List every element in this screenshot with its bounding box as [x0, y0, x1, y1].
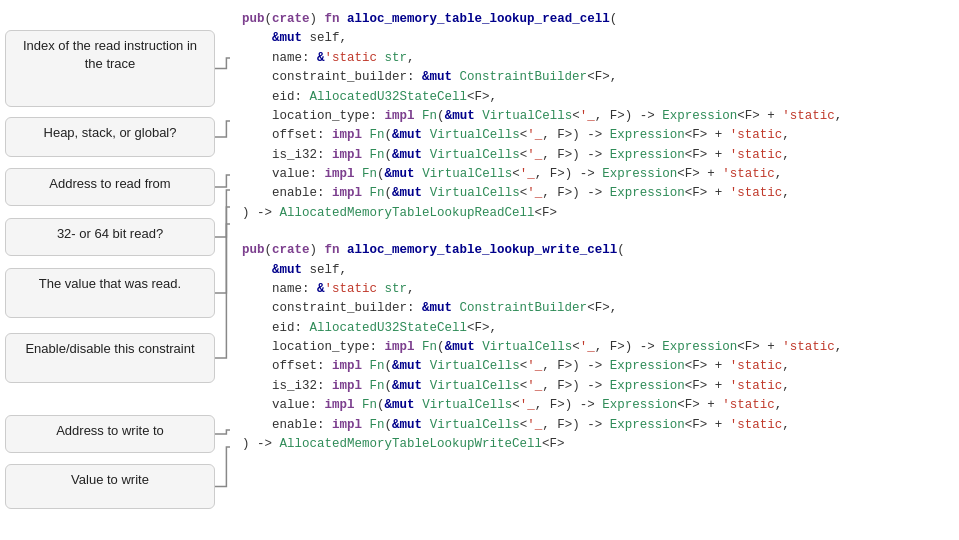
lt-und-val-2: '_ [520, 398, 535, 412]
param-cb-1: constraint_builder [272, 70, 407, 84]
fn1-return: ) -> AllocatedMemoryTableLookupReadCell<… [242, 204, 947, 223]
param-enable-2: enable [272, 418, 317, 432]
type-cb-1: ConstraintBuilder [460, 70, 588, 84]
kw-fn: fn [325, 12, 340, 26]
param-val-2: value [272, 398, 310, 412]
kw-amp-mut-cb2: &mut [422, 301, 452, 315]
param-isi32-2: is_i32 [272, 379, 317, 393]
fn1-name: alloc_memory_table_lookup_read_cell [347, 12, 610, 26]
kw-pub: pub [242, 12, 265, 26]
annotations-panel: Index of the read instruction in the tra… [0, 0, 230, 540]
kw-impl-enable-1: impl [332, 186, 362, 200]
type-str-2: str [385, 282, 408, 296]
lt-static-2: 'static [325, 282, 378, 296]
kw-amp-mut-isi32-2: &mut [392, 379, 422, 393]
type-expr-loc-1: Expression [662, 109, 737, 123]
type-eid-2: AllocatedU32StateCell [310, 321, 468, 335]
type-expr-enable-2: Expression [610, 418, 685, 432]
type-fn-isi32-1: Fn [370, 148, 385, 162]
type-vc-loc-2: VirtualCells [482, 340, 572, 354]
type-fn-off-1: Fn [370, 128, 385, 142]
fn1-param-location: location_type: impl Fn(&mut VirtualCells… [242, 107, 947, 126]
fn2-sig-line: pub(crate) fn alloc_memory_table_lookup_… [242, 241, 947, 260]
type-expr-isi32-2: Expression [610, 379, 685, 393]
lt-static-isi32-2: 'static [730, 379, 783, 393]
kw-amp-mut-1: &mut [272, 31, 302, 45]
param-loc-1: location_type [272, 109, 370, 123]
lt-und-isi32-1: '_ [527, 148, 542, 162]
kw-impl-1: impl [385, 109, 415, 123]
fn2-param-value: value: impl Fn(&mut VirtualCells<'_, F>)… [242, 396, 947, 415]
fn2-param-self: &mut self, [242, 261, 947, 280]
kw-pub-2: pub [242, 243, 265, 257]
fn2-param-eid: eid: AllocatedU32StateCell<F>, [242, 319, 947, 338]
param-name-2: name [272, 282, 302, 296]
param-eid-1: eid [272, 90, 295, 104]
annotation-index: Index of the read instruction in the tra… [5, 30, 215, 107]
param-name-1: name [272, 51, 302, 65]
fn1-param-offset: offset: impl Fn(&mut VirtualCells<'_, F>… [242, 126, 947, 145]
param-enable-1: enable [272, 186, 317, 200]
lt-static-1: 'static [325, 51, 378, 65]
annotation-value-write: Value to write [5, 464, 215, 509]
lt-und-2: '_ [580, 340, 595, 354]
type-fn-enable-2: Fn [370, 418, 385, 432]
annotation-index-text: Index of the read instruction in the tra… [23, 38, 197, 71]
type-vc-loc-1: VirtualCells [482, 109, 572, 123]
kw-amp-mut-val-1: &mut [385, 167, 415, 181]
type-cb-2: ConstraintBuilder [460, 301, 588, 315]
main-container: Index of the read instruction in the tra… [0, 0, 959, 540]
fn1-block: pub(crate) fn alloc_memory_table_lookup_… [242, 10, 947, 223]
type-expr-isi32-1: Expression [610, 148, 685, 162]
annotation-value-read: The value that was read. [5, 268, 215, 318]
annotation-value-write-text: Value to write [71, 472, 149, 487]
type-vc-off-2: VirtualCells [430, 359, 520, 373]
lt-static-val-2: 'static [722, 398, 775, 412]
type-fn-val-1: Fn [362, 167, 377, 181]
type-expr-val-1: Expression [602, 167, 677, 181]
annotation-heap-text: Heap, stack, or global? [44, 125, 177, 140]
fn1-param-self: &mut self, [242, 29, 947, 48]
fn1-param-constraint: constraint_builder: &mut ConstraintBuild… [242, 68, 947, 87]
fn2-name: alloc_memory_table_lookup_write_cell [347, 243, 617, 257]
fn1-param-name: name: &'static str, [242, 49, 947, 68]
kw-impl-enable-2: impl [332, 418, 362, 432]
kw-amp-mut-off2: &mut [392, 359, 422, 373]
lt-und-isi32-2: '_ [527, 379, 542, 393]
fn1-param-value: value: impl Fn(&mut VirtualCells<'_, F>)… [242, 165, 947, 184]
annotation-addr-write-text: Address to write to [56, 423, 164, 438]
kw-impl-val-2: impl [325, 398, 355, 412]
annotation-addr-read: Address to read from [5, 168, 215, 206]
param-offset-1: offset [272, 128, 317, 142]
kw-impl-off-2: impl [332, 359, 362, 373]
type-return-2: AllocatedMemoryTableLookupWriteCell [280, 437, 543, 451]
fn2-block: pub(crate) fn alloc_memory_table_lookup_… [242, 241, 947, 454]
kw-fn-2: fn [325, 243, 340, 257]
annotation-value-read-text: The value that was read. [39, 276, 181, 291]
kw-impl-2: impl [385, 340, 415, 354]
lt-static-val-1: 'static [722, 167, 775, 181]
annotation-addr-read-text: Address to read from [49, 176, 170, 191]
kw-impl-isi32-1: impl [332, 148, 362, 162]
kw-impl-val-1: impl [325, 167, 355, 181]
lt-static-off2: 'static [730, 359, 783, 373]
type-vc-enable-1: VirtualCells [430, 186, 520, 200]
type-fn-val-2: Fn [362, 398, 377, 412]
lt-und-off1: '_ [527, 128, 542, 142]
fn2-param-is-i32: is_i32: impl Fn(&mut VirtualCells<'_, F>… [242, 377, 947, 396]
kw-amp-mut-2: &mut [272, 263, 302, 277]
fn2-param-constraint: constraint_builder: &mut ConstraintBuild… [242, 299, 947, 318]
lt-static-off1: 'static [730, 128, 783, 142]
lt-und-enable-1: '_ [527, 186, 542, 200]
param-eid-2: eid [272, 321, 295, 335]
kw-amp-mut-isi32-1: &mut [392, 148, 422, 162]
annotation-enable: Enable/disable this constraint [5, 333, 215, 383]
param-val-1: value [272, 167, 310, 181]
type-str-1: str [385, 51, 408, 65]
type-expr-off-1: Expression [610, 128, 685, 142]
type-expr-loc-2: Expression [662, 340, 737, 354]
annotation-addr-write: Address to write to [5, 415, 215, 453]
type-expr-val-2: Expression [602, 398, 677, 412]
type-vc-isi32-1: VirtualCells [430, 148, 520, 162]
type-expr-enable-1: Expression [610, 186, 685, 200]
